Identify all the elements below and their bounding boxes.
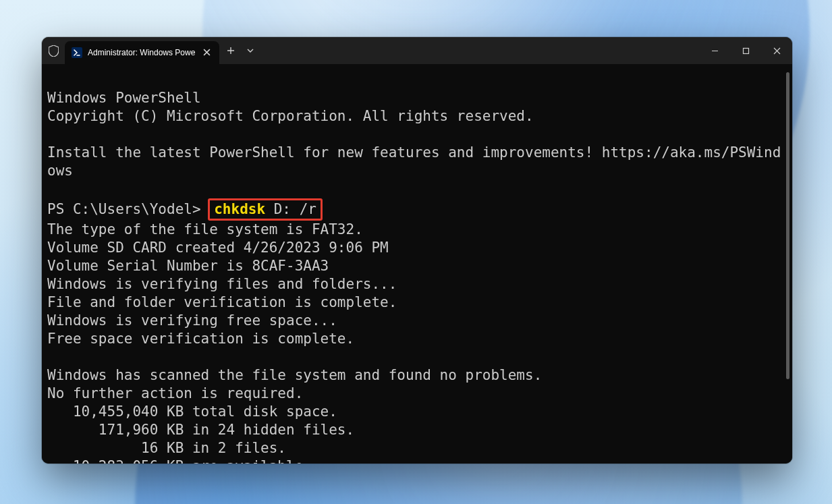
window-controls (699, 37, 792, 64)
banner-line: Copyright (C) Microsoft Corporation. All… (47, 108, 534, 124)
shield-icon (42, 45, 65, 57)
tab-close-button[interactable] (200, 48, 213, 58)
titlebar-drag-area[interactable] (258, 37, 699, 64)
maximize-button[interactable] (730, 37, 761, 64)
tab-powershell[interactable]: Administrator: Windows Powe (65, 41, 219, 64)
command-keyword: chkdsk (214, 201, 265, 217)
command-highlight-box: chkdsk D: /r (208, 198, 323, 221)
titlebar-left: Administrator: Windows Powe (42, 37, 258, 64)
tab-title: Administrator: Windows Powe (88, 48, 195, 57)
minimize-button[interactable] (699, 37, 730, 64)
command-args: D: /r (265, 201, 316, 217)
prompt: PS C:\Users\Yodel> (47, 201, 209, 217)
install-hint: Install the latest PowerShell for new fe… (47, 144, 781, 179)
new-tab-button[interactable] (219, 47, 242, 55)
terminal-window: Administrator: Windows Powe (42, 37, 792, 464)
close-window-button[interactable] (761, 37, 792, 64)
prompt-line: PS C:\Users\Yodel> chkdsk D: /r (47, 198, 787, 221)
svg-rect-0 (743, 48, 748, 53)
terminal-content[interactable]: Windows PowerShell Copyright (C) Microso… (42, 64, 792, 464)
titlebar[interactable]: Administrator: Windows Powe (42, 37, 792, 64)
powershell-icon (72, 47, 82, 58)
tab-dropdown-button[interactable] (242, 47, 258, 54)
scrollbar-thumb[interactable] (786, 72, 789, 379)
banner-line: Windows PowerShell (47, 90, 201, 106)
command-output: The type of the file system is FAT32. Vo… (47, 221, 542, 464)
